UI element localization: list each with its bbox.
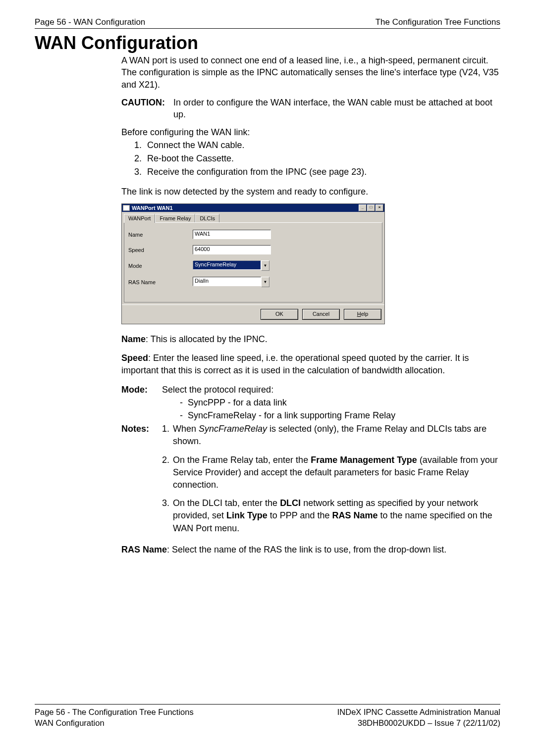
minimize-icon[interactable]: _ <box>359 204 367 211</box>
header-right: The Configuration Tree Functions <box>375 17 500 27</box>
page-footer: Page 56 - The Configuration Tree Functio… <box>35 705 500 729</box>
dialog-buttons: OK Cancel Help <box>122 304 384 324</box>
mode-select[interactable]: SyncFrameRelay ▼ <box>193 260 269 271</box>
ras-label: RAS Name <box>128 279 193 285</box>
cancel-button[interactable]: Cancel <box>302 309 340 320</box>
dialog-titlebar: WANPort WAN1 _ □ × <box>122 204 384 212</box>
page-header: Page 56 - WAN Configuration The Configur… <box>35 17 500 29</box>
footer-right-2: 38DHB0002UKDD – Issue 7 (22/11/02) <box>337 717 500 728</box>
speed-desc: Speed: Enter the leased line speed, i.e.… <box>121 352 500 376</box>
tab-framerelay[interactable]: Frame Relay <box>155 214 195 222</box>
step-num: 2. <box>134 152 147 165</box>
dialog-title: WANPort WAN1 <box>132 205 173 211</box>
header-left: Page 56 - WAN Configuration <box>35 17 145 27</box>
ras-select[interactable]: DialIn ▼ <box>193 277 269 287</box>
intro-text: A WAN port is used to connect one end of… <box>121 54 500 91</box>
name-label: Name <box>128 232 193 238</box>
steps-list: 1.Connect the WAN cable. 2.Re-boot the C… <box>121 139 500 179</box>
step-num: 3. <box>134 165 147 179</box>
tab-strip: WANPort Frame Relay DLCIs <box>122 212 384 222</box>
name-input[interactable]: WAN1 <box>193 230 271 239</box>
mode-label: Mode <box>128 263 193 269</box>
caution-block: CAUTION: In order to configure the WAN i… <box>121 97 500 121</box>
maximize-icon[interactable]: □ <box>367 204 375 211</box>
mode-desc: Mode: Select the protocol required: -Syn… <box>121 383 500 422</box>
footer-left-1: Page 56 - The Configuration Tree Functio… <box>35 706 194 717</box>
speed-label: Speed <box>128 247 193 253</box>
form-panel: Name WAN1 Speed 64000 Mode SyncFrameRela… <box>124 222 382 302</box>
step-text: Receive the configuration from the IPNC … <box>147 165 367 179</box>
speed-input[interactable]: 64000 <box>193 245 271 254</box>
name-desc: Name: This is allocated by the IPNC. <box>121 333 500 345</box>
detected-line: The link is now detected by the system a… <box>121 186 500 198</box>
notes-block: Notes: 1. When SyncFrameRelay is selecte… <box>121 423 500 541</box>
page-title: WAN Configuration <box>35 33 500 53</box>
ras-desc: RAS Name: Select the name of the RAS the… <box>121 544 500 555</box>
ras-value: DialIn <box>193 277 261 286</box>
caution-label: CAUTION: <box>121 97 173 121</box>
step-num: 1. <box>134 139 147 152</box>
footer-left-2: WAN Configuration <box>35 717 194 728</box>
footer-right-1: INDeX IPNC Cassette Administration Manua… <box>337 706 500 717</box>
help-button[interactable]: Help <box>344 309 381 320</box>
caution-text: In order to configure the WAN interface,… <box>173 97 500 121</box>
step-text: Connect the WAN cable. <box>147 139 244 152</box>
before-line: Before configuring the WAN link: <box>121 126 500 138</box>
window-icon <box>123 205 130 211</box>
ok-button[interactable]: OK <box>261 309 298 320</box>
step-text: Re-boot the Cassette. <box>147 152 234 165</box>
dialog-window: WANPort WAN1 _ □ × WANPort Frame Relay D… <box>121 203 385 324</box>
chevron-down-icon[interactable]: ▼ <box>261 260 269 271</box>
tab-dlcis[interactable]: DLCIs <box>195 214 219 222</box>
mode-value: SyncFrameRelay <box>193 260 261 270</box>
tab-wanport[interactable]: WANPort <box>124 214 155 223</box>
chevron-down-icon[interactable]: ▼ <box>261 277 269 287</box>
close-icon[interactable]: × <box>375 204 383 211</box>
